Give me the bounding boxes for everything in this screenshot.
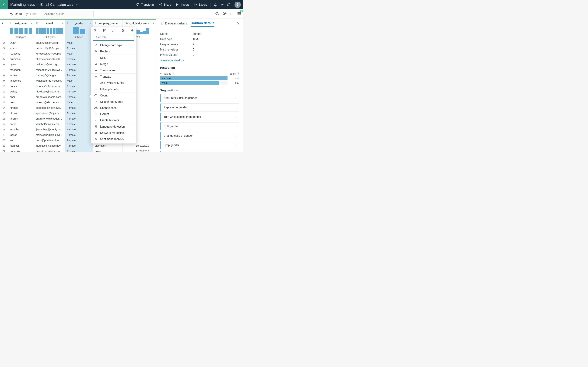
- histogram-row[interactable]: Male502: [160, 81, 239, 84]
- target-icon[interactable]: [223, 12, 227, 16]
- types-gender: 2 types: [65, 35, 93, 40]
- sort-desc-icon[interactable]: [103, 29, 106, 32]
- search-filter-input[interactable]: [46, 12, 92, 16]
- popover-item[interactable]: ⤢Change data type: [91, 42, 136, 48]
- redo-button[interactable]: Redo: [25, 12, 41, 16]
- help-icon[interactable]: [225, 3, 232, 7]
- trash-icon[interactable]: [121, 29, 124, 32]
- kv-missing-v: 0: [193, 48, 194, 51]
- popover-item[interactable]: ✂Trim spaces: [91, 67, 136, 73]
- redo-label: Redo: [30, 12, 37, 16]
- suggestion-item[interactable]: Add Prefix/Suffix to gender›: [160, 94, 239, 102]
- suggestion-item[interactable]: Change case of gender›: [160, 132, 239, 140]
- popover-item-icon: Aa: [94, 106, 98, 109]
- popover-item-icon: ✂: [94, 69, 98, 72]
- transform-label: Transform: [141, 3, 154, 6]
- preview-icon[interactable]: [215, 12, 219, 16]
- chevron-down-icon[interactable]: ▾: [148, 22, 149, 24]
- histogram-row-count: 502: [230, 81, 239, 84]
- export-button[interactable]: Export: [191, 0, 209, 9]
- types-lastname: 996 types: [8, 35, 34, 40]
- edit-icon[interactable]: [112, 29, 115, 32]
- suggestion-label: Add Prefix/Suffix to gender: [164, 96, 197, 100]
- sort-asc-icon[interactable]: [94, 29, 97, 32]
- suggestion-item[interactable]: Drop gender›: [160, 141, 239, 149]
- share-button[interactable]: Share: [156, 0, 173, 9]
- popover-item[interactable]: AaChange case: [91, 105, 136, 111]
- suggestion-item[interactable]: Split gender›: [160, 122, 239, 130]
- popover-item[interactable]: ▭Truncate: [91, 73, 136, 80]
- tab-dataset-details[interactable]: Dataset details: [160, 22, 187, 26]
- settings-icon[interactable]: [219, 3, 225, 7]
- col-header-date[interactable]: date_of_last_cam... ▾: [122, 20, 151, 26]
- popover-item[interactable]: ⋈Merge: [91, 61, 136, 67]
- suggestion-item[interactable]: Duplicate gender›: [160, 151, 239, 152]
- popover-item-label: Add Prefix or Suffix: [100, 82, 124, 84]
- breadcrumb-current[interactable]: Email Campaign .csv: [40, 3, 73, 7]
- show-more-details-link[interactable]: Show more details >: [160, 59, 184, 62]
- undo-button[interactable]: Undo: [9, 12, 25, 16]
- histogram-row[interactable]: Female577: [160, 76, 239, 80]
- search-icon: [160, 72, 163, 75]
- popover-item-label: Change case: [100, 106, 117, 109]
- popover-item[interactable]: ⤓Fill empty cells: [91, 86, 136, 92]
- histogram-values-col[interactable]: values ⇅: [160, 72, 174, 75]
- avatar[interactable]: S: [234, 1, 241, 8]
- col-header-lastname[interactable]: # last_name ▾: [8, 20, 34, 26]
- popover-item[interactable]: ⧉Keyword extraction: [91, 130, 136, 136]
- steps-icon[interactable]: 6: [237, 12, 241, 16]
- popover-item-label: Sentiment analysis: [100, 138, 123, 141]
- table-row[interactable]: 21lughlockjhughlockj@usgs.govFemaleJaxna…: [0, 143, 156, 148]
- export-label: Export: [199, 3, 207, 6]
- popover-item-label: Create buckets: [100, 119, 119, 122]
- svg-point-9: [224, 13, 225, 15]
- transform-button[interactable]: Transform: [134, 0, 156, 9]
- stats-icon[interactable]: [230, 12, 234, 16]
- popover-item[interactable]: ◯Count: [91, 92, 136, 99]
- popover-item[interactable]: ⊹Split: [91, 55, 136, 61]
- steps-badge: 6: [240, 10, 243, 12]
- breadcrumb-root[interactable]: Marketing leads: [10, 3, 35, 7]
- popover-item[interactable]: ☺Sentiment analysis: [91, 136, 136, 142]
- popover-item[interactable]: ▪Create buckets: [91, 117, 136, 123]
- svg-point-10: [225, 13, 225, 14]
- popover-item[interactable]: ㊙Language detection: [91, 123, 136, 130]
- close-panel-button[interactable]: [237, 22, 240, 25]
- chevron-right-icon: ›: [235, 144, 236, 147]
- chevron-down-icon[interactable]: ▾: [31, 22, 32, 24]
- table-row[interactable]: 22ourtenaydcourtenayk@pen.ioFemaleLayo11…: [0, 148, 156, 152]
- mini-histogram-lastname: [8, 26, 34, 35]
- popover-item[interactable]: ⇥Cluster and Merge: [91, 99, 136, 105]
- popover-item-label: Extract: [100, 113, 109, 116]
- chevron-down-icon[interactable]: ▾: [90, 22, 91, 24]
- suggestion-label: Split gender: [164, 125, 179, 128]
- col-header-company[interactable]: T company_name ▾: [93, 20, 122, 26]
- tab-column-details[interactable]: Column details: [190, 21, 214, 26]
- import-button[interactable]: Import: [173, 0, 191, 9]
- suggestion-item[interactable]: Replace on gender›: [160, 103, 239, 111]
- sort-icon[interactable]: ⇅: [172, 72, 174, 75]
- chevron-down-icon[interactable]: ▾: [120, 22, 121, 24]
- chevron-right-icon: ›: [235, 115, 236, 118]
- popover-search[interactable]: [93, 34, 134, 41]
- sort-icon[interactable]: ⇅: [237, 72, 239, 75]
- popover-item[interactable]: ▢Add Prefix or Suffix: [91, 80, 136, 86]
- search-filter-box[interactable]: [41, 11, 94, 17]
- svg-point-0: [137, 3, 139, 6]
- popover-item-label: Language detection: [100, 125, 125, 128]
- back-button[interactable]: [0, 0, 8, 9]
- col-header-rownum[interactable]: #: [0, 20, 8, 26]
- move-icon[interactable]: [130, 29, 134, 32]
- suggestion-item[interactable]: Trim whitespaces from gender›: [160, 113, 239, 121]
- popover-item[interactable]: ⤴Extract: [91, 111, 136, 117]
- notifications-icon[interactable]: [212, 3, 219, 7]
- popover-item[interactable]: ⚲Replace: [91, 48, 136, 55]
- col-header-email[interactable]: @ email ▾: [34, 20, 65, 26]
- col-header-more[interactable]: #: [151, 20, 156, 26]
- chevron-right-icon: ›: [235, 106, 236, 109]
- histogram-count-col[interactable]: count ⇅: [230, 72, 239, 75]
- chevron-down-icon[interactable]: ▾: [62, 22, 63, 24]
- data-grid[interactable]: # # last_name ▾ @ email ▾ T gender ▾: [0, 19, 156, 152]
- col-header-gender[interactable]: T gender ▾: [65, 20, 93, 26]
- popover-search-input[interactable]: [96, 35, 133, 39]
